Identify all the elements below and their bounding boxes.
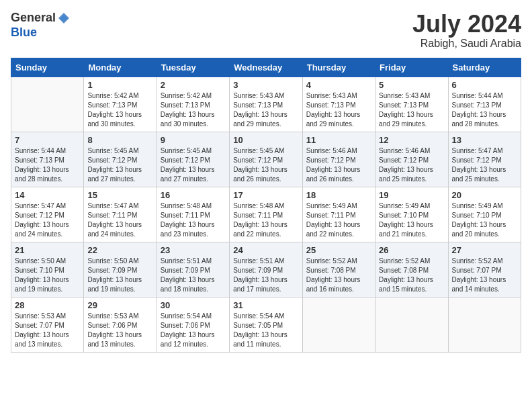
day-number: 25 bbox=[306, 245, 371, 255]
day-number: 31 bbox=[233, 300, 298, 310]
day-info: Sunrise: 5:43 AM Sunset: 7:13 PM Dayligh… bbox=[233, 91, 298, 129]
day-info: Sunrise: 5:49 AM Sunset: 7:10 PM Dayligh… bbox=[379, 201, 444, 239]
calendar-day: 9Sunrise: 5:45 AM Sunset: 7:12 PM Daylig… bbox=[157, 132, 229, 187]
day-info: Sunrise: 5:46 AM Sunset: 7:12 PM Dayligh… bbox=[306, 146, 371, 184]
day-info: Sunrise: 5:52 AM Sunset: 7:08 PM Dayligh… bbox=[379, 257, 444, 294]
calendar-day: 3Sunrise: 5:43 AM Sunset: 7:13 PM Daylig… bbox=[230, 77, 302, 132]
day-info: Sunrise: 5:47 AM Sunset: 7:12 PM Dayligh… bbox=[452, 146, 517, 184]
calendar-day: 10Sunrise: 5:45 AM Sunset: 7:12 PM Dayli… bbox=[230, 132, 302, 187]
day-info: Sunrise: 5:44 AM Sunset: 7:13 PM Dayligh… bbox=[452, 91, 517, 129]
calendar-week: 1Sunrise: 5:42 AM Sunset: 7:13 PM Daylig… bbox=[11, 77, 521, 132]
day-info: Sunrise: 5:42 AM Sunset: 7:13 PM Dayligh… bbox=[161, 91, 226, 129]
calendar-day: 17Sunrise: 5:48 AM Sunset: 7:11 PM Dayli… bbox=[230, 187, 302, 242]
day-number: 28 bbox=[15, 300, 80, 310]
calendar-day bbox=[302, 297, 375, 352]
weekday-header: Wednesday bbox=[230, 58, 302, 77]
calendar-day: 12Sunrise: 5:46 AM Sunset: 7:12 PM Dayli… bbox=[375, 132, 448, 187]
weekday-header: Monday bbox=[84, 58, 157, 77]
day-info: Sunrise: 5:46 AM Sunset: 7:12 PM Dayligh… bbox=[379, 146, 444, 184]
day-info: Sunrise: 5:49 AM Sunset: 7:10 PM Dayligh… bbox=[452, 201, 517, 239]
calendar-day: 21Sunrise: 5:50 AM Sunset: 7:10 PM Dayli… bbox=[11, 242, 84, 297]
day-number: 5 bbox=[379, 80, 444, 90]
weekday-header: Sunday bbox=[11, 58, 84, 77]
calendar-day: 27Sunrise: 5:52 AM Sunset: 7:07 PM Dayli… bbox=[448, 242, 521, 297]
calendar-table: SundayMondayTuesdayWednesdayThursdayFrid… bbox=[11, 58, 521, 353]
calendar-day: 31Sunrise: 5:54 AM Sunset: 7:05 PM Dayli… bbox=[230, 297, 302, 352]
calendar-day: 1Sunrise: 5:42 AM Sunset: 7:13 PM Daylig… bbox=[84, 77, 157, 132]
title-block: July 2024 Rabigh, Saudi Arabia bbox=[412, 11, 521, 50]
calendar-day bbox=[448, 297, 521, 352]
calendar-day: 13Sunrise: 5:47 AM Sunset: 7:12 PM Dayli… bbox=[448, 132, 521, 187]
calendar-day: 29Sunrise: 5:53 AM Sunset: 7:06 PM Dayli… bbox=[84, 297, 157, 352]
calendar-week: 28Sunrise: 5:53 AM Sunset: 7:07 PM Dayli… bbox=[11, 297, 521, 352]
day-number: 23 bbox=[161, 245, 226, 255]
day-number: 14 bbox=[15, 190, 80, 200]
day-number: 29 bbox=[87, 300, 152, 310]
day-number: 22 bbox=[87, 245, 152, 255]
day-number: 12 bbox=[379, 135, 444, 145]
day-info: Sunrise: 5:52 AM Sunset: 7:08 PM Dayligh… bbox=[306, 257, 371, 294]
calendar-day: 4Sunrise: 5:43 AM Sunset: 7:13 PM Daylig… bbox=[302, 77, 375, 132]
calendar-day: 5Sunrise: 5:43 AM Sunset: 7:13 PM Daylig… bbox=[375, 77, 448, 132]
day-info: Sunrise: 5:51 AM Sunset: 7:09 PM Dayligh… bbox=[161, 257, 226, 294]
day-info: Sunrise: 5:48 AM Sunset: 7:11 PM Dayligh… bbox=[161, 201, 226, 239]
day-number: 26 bbox=[379, 245, 444, 255]
day-info: Sunrise: 5:51 AM Sunset: 7:09 PM Dayligh… bbox=[233, 257, 298, 294]
day-number: 20 bbox=[452, 190, 517, 200]
day-info: Sunrise: 5:50 AM Sunset: 7:09 PM Dayligh… bbox=[87, 257, 152, 294]
calendar-day: 7Sunrise: 5:44 AM Sunset: 7:13 PM Daylig… bbox=[11, 132, 84, 187]
day-info: Sunrise: 5:44 AM Sunset: 7:13 PM Dayligh… bbox=[15, 146, 80, 184]
logo: General Blue bbox=[11, 11, 71, 40]
calendar-day: 23Sunrise: 5:51 AM Sunset: 7:09 PM Dayli… bbox=[157, 242, 229, 297]
calendar-day: 22Sunrise: 5:50 AM Sunset: 7:09 PM Dayli… bbox=[84, 242, 157, 297]
day-info: Sunrise: 5:45 AM Sunset: 7:12 PM Dayligh… bbox=[233, 146, 298, 184]
day-number: 24 bbox=[233, 245, 298, 255]
day-number: 21 bbox=[15, 245, 80, 255]
calendar-week: 21Sunrise: 5:50 AM Sunset: 7:10 PM Dayli… bbox=[11, 242, 521, 297]
logo-blue: Blue bbox=[11, 26, 71, 40]
day-number: 10 bbox=[233, 135, 298, 145]
calendar-day: 28Sunrise: 5:53 AM Sunset: 7:07 PM Dayli… bbox=[11, 297, 84, 352]
calendar-week: 14Sunrise: 5:47 AM Sunset: 7:12 PM Dayli… bbox=[11, 187, 521, 242]
day-number: 30 bbox=[161, 300, 226, 310]
day-info: Sunrise: 5:49 AM Sunset: 7:11 PM Dayligh… bbox=[306, 201, 371, 239]
day-info: Sunrise: 5:53 AM Sunset: 7:06 PM Dayligh… bbox=[87, 312, 152, 349]
logo-icon bbox=[57, 11, 71, 25]
day-info: Sunrise: 5:47 AM Sunset: 7:11 PM Dayligh… bbox=[87, 201, 152, 239]
day-info: Sunrise: 5:47 AM Sunset: 7:12 PM Dayligh… bbox=[15, 201, 80, 239]
month-year: July 2024 bbox=[412, 11, 521, 38]
day-number: 27 bbox=[452, 245, 517, 255]
page-container: General Blue July 2024 Rabigh, Saudi Ara… bbox=[0, 0, 532, 358]
calendar-day: 26Sunrise: 5:52 AM Sunset: 7:08 PM Dayli… bbox=[375, 242, 448, 297]
calendar-day: 11Sunrise: 5:46 AM Sunset: 7:12 PM Dayli… bbox=[302, 132, 375, 187]
day-info: Sunrise: 5:54 AM Sunset: 7:06 PM Dayligh… bbox=[161, 312, 226, 349]
calendar-day bbox=[11, 77, 84, 132]
day-number: 13 bbox=[452, 135, 517, 145]
day-number: 19 bbox=[379, 190, 444, 200]
day-info: Sunrise: 5:45 AM Sunset: 7:12 PM Dayligh… bbox=[87, 146, 152, 184]
calendar-day: 24Sunrise: 5:51 AM Sunset: 7:09 PM Dayli… bbox=[230, 242, 302, 297]
day-number: 2 bbox=[161, 80, 226, 90]
calendar-day: 18Sunrise: 5:49 AM Sunset: 7:11 PM Dayli… bbox=[302, 187, 375, 242]
day-info: Sunrise: 5:52 AM Sunset: 7:07 PM Dayligh… bbox=[452, 257, 517, 294]
calendar-day: 15Sunrise: 5:47 AM Sunset: 7:11 PM Dayli… bbox=[84, 187, 157, 242]
day-info: Sunrise: 5:42 AM Sunset: 7:13 PM Dayligh… bbox=[87, 91, 152, 129]
day-number: 11 bbox=[306, 135, 371, 145]
calendar-day: 2Sunrise: 5:42 AM Sunset: 7:13 PM Daylig… bbox=[157, 77, 229, 132]
calendar-day: 19Sunrise: 5:49 AM Sunset: 7:10 PM Dayli… bbox=[375, 187, 448, 242]
day-number: 15 bbox=[87, 190, 152, 200]
day-number: 16 bbox=[161, 190, 226, 200]
calendar-day: 30Sunrise: 5:54 AM Sunset: 7:06 PM Dayli… bbox=[157, 297, 229, 352]
day-number: 4 bbox=[306, 80, 371, 90]
calendar-day: 6Sunrise: 5:44 AM Sunset: 7:13 PM Daylig… bbox=[448, 77, 521, 132]
day-number: 1 bbox=[87, 80, 152, 90]
day-number: 17 bbox=[233, 190, 298, 200]
day-number: 7 bbox=[15, 135, 80, 145]
header-row: SundayMondayTuesdayWednesdayThursdayFrid… bbox=[11, 58, 521, 77]
day-info: Sunrise: 5:54 AM Sunset: 7:05 PM Dayligh… bbox=[233, 312, 298, 349]
logo-general: General bbox=[11, 11, 56, 26]
day-number: 9 bbox=[161, 135, 226, 145]
day-number: 18 bbox=[306, 190, 371, 200]
day-info: Sunrise: 5:45 AM Sunset: 7:12 PM Dayligh… bbox=[161, 146, 226, 184]
day-info: Sunrise: 5:43 AM Sunset: 7:13 PM Dayligh… bbox=[306, 91, 371, 129]
